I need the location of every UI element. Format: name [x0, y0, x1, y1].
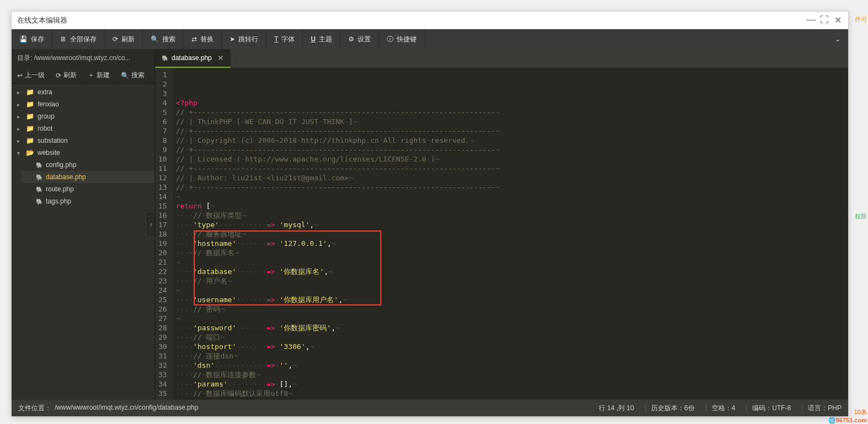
main-toolbar: 💾保存 🗎全部保存 ⟳刷新 🔍搜索 ⇄替换 ➤跳转行 T字体 U主题 ⚙设置 ⓘ…: [12, 29, 848, 49]
theme-button[interactable]: U主题: [303, 29, 340, 49]
minimize-button[interactable]: —: [806, 15, 816, 25]
code-line[interactable]: ····'dsn'············=>·'',¬: [176, 361, 845, 370]
status-bar: 文件位置： /www/wwwroot/imqt.wtyz.cn/config/d…: [12, 400, 848, 416]
code-line[interactable]: ····//·服务器地址¬: [176, 229, 845, 239]
code-line[interactable]: ····//·数据库连接参数¬: [176, 370, 845, 379]
code-line[interactable]: ····//·连接dsn¬: [176, 351, 845, 361]
code-line[interactable]: ¬: [176, 192, 845, 201]
code-line[interactable]: //·|·Licensed·(·http://www.apache.org/li…: [176, 154, 845, 164]
code-line[interactable]: //·+------------------------------------…: [176, 164, 845, 173]
code-line[interactable]: ····//·数据库类型¬: [176, 211, 845, 220]
code-line[interactable]: ····'password'·······=>·'你数据库密码',¬: [176, 323, 845, 332]
language-setting[interactable]: 语言：PHP: [802, 404, 842, 413]
folder-item[interactable]: ▾📂website: [12, 147, 155, 159]
search-icon: 🔍: [151, 35, 159, 43]
dir-refresh-button[interactable]: ⟳刷新: [50, 67, 82, 83]
indent-setting[interactable]: 空格：4: [706, 404, 736, 413]
code-line[interactable]: ····'hostport'·······=>·'3306',¬: [176, 342, 845, 351]
directory-toolbar: ↩上一级 ⟳刷新 ＋新建 🔍搜索: [12, 67, 155, 84]
shortcuts-button[interactable]: ⓘ快捷键: [379, 29, 425, 49]
replace-button[interactable]: ⇄替换: [184, 29, 222, 49]
search-icon: 🔍: [121, 72, 129, 79]
code-line[interactable]: ····'database'·······=>·'你数据库名',¬: [176, 267, 845, 276]
folder-icon: 📁: [26, 112, 34, 120]
file-item[interactable]: 🐘database.php: [22, 171, 155, 183]
save-all-button[interactable]: 🗎全部保存: [52, 29, 105, 49]
folder-item[interactable]: ▸📁fenxiao: [12, 98, 155, 110]
folder-item[interactable]: ▸📁group: [12, 110, 155, 122]
keyboard-icon: ⓘ: [387, 35, 393, 44]
code-line[interactable]: //·|·Author:·liu21st·<liu21st@gmail.com>…: [176, 173, 845, 183]
background-sidebar: 作可 权限 10条: [851, 0, 868, 424]
sidebar-collapse-handle[interactable]: ‹: [147, 213, 155, 235]
close-button[interactable]: ✕: [833, 15, 843, 25]
font-button[interactable]: T字体: [267, 29, 303, 49]
theme-icon: U: [311, 35, 316, 43]
file-location-label: 文件位置：: [18, 404, 51, 413]
file-item[interactable]: 🐘route.php: [22, 183, 155, 195]
code-line[interactable]: return [¬: [176, 201, 845, 211]
code-line[interactable]: ¬: [176, 314, 845, 323]
code-line[interactable]: ····//·端口¬: [176, 332, 845, 342]
code-line[interactable]: ····//·数据库名¬: [176, 248, 845, 257]
tree-item-label: robot: [38, 125, 52, 132]
tab-database-php[interactable]: 🐘 database.php ✕: [155, 49, 231, 68]
code-line[interactable]: ····//·密码¬: [176, 304, 845, 314]
code-line[interactable]: <?php: [176, 98, 845, 108]
code-line[interactable]: ····//·数据库编码默认采用utf8¬: [176, 389, 845, 398]
maximize-button[interactable]: ⛶: [819, 15, 829, 25]
encoding-setting[interactable]: 编码：UTF-8: [746, 404, 791, 413]
modal-title: 在线文本编辑器: [17, 15, 67, 25]
save-button[interactable]: 💾保存: [12, 29, 52, 49]
tree-item-label: tags.php: [46, 197, 71, 205]
tab-close-button[interactable]: ✕: [217, 53, 224, 62]
file-item[interactable]: 🐘tags.php: [22, 195, 155, 207]
tree-caret-icon: ▸: [17, 114, 23, 120]
toolbar-collapse-button[interactable]: ⌄: [827, 35, 848, 43]
code-line[interactable]: //·|·ThinkPHP·[·WE·CAN·DO·IT·JUST·THINK·…: [176, 117, 845, 126]
code-line[interactable]: ····'username'·······=>·'你数据库用户名',¬: [176, 295, 845, 304]
directory-path: 目录: /www/wwwroot/imqt.wtyz.cn/co...: [12, 49, 155, 67]
code-line[interactable]: ····'hostname'·······=>·'127.0.0.1',¬: [176, 239, 845, 248]
tree-item-label: config.php: [46, 161, 76, 169]
code-line[interactable]: ····'params'·········=>·[],¬: [176, 379, 845, 389]
code-line[interactable]: //·+------------------------------------…: [176, 145, 845, 154]
code-line[interactable]: ¬: [176, 286, 845, 295]
php-icon: 🐘: [36, 198, 42, 205]
search-button[interactable]: 🔍搜索: [143, 29, 184, 49]
tree-caret-icon: ▸: [17, 138, 23, 144]
code-editor[interactable]: 1234567891011121314151617181920212223242…: [155, 68, 848, 400]
code-line[interactable]: ····//·用户名¬: [176, 276, 845, 286]
php-icon: 🐘: [36, 162, 42, 168]
plus-icon: ＋: [88, 71, 94, 80]
tab-label: database.php: [172, 54, 212, 62]
code-line[interactable]: //·+------------------------------------…: [176, 183, 845, 192]
editor-modal: 在线文本编辑器 — ⛶ ✕ 💾保存 🗎全部保存 ⟳刷新 🔍搜索 ⇄替换 ➤跳转行…: [11, 11, 849, 417]
tree-caret-icon: ▸: [17, 126, 23, 132]
folder-item[interactable]: ▸📁robot: [12, 122, 155, 135]
folder-item[interactable]: ▸📁extra: [12, 86, 155, 98]
dir-search-button[interactable]: 🔍搜索: [115, 67, 150, 83]
cursor-position[interactable]: 行 14 ,列 10: [593, 404, 634, 413]
file-item[interactable]: 🐘config.php: [22, 159, 155, 171]
replace-icon: ⇄: [191, 35, 197, 43]
goto-button[interactable]: ➤跳转行: [222, 29, 267, 49]
bg-text: 权限: [855, 212, 867, 221]
code-line[interactable]: ¬: [176, 257, 845, 267]
file-tree[interactable]: ▸📁extra▸📁fenxiao▸📁group▸📁robot▸📁substati…: [12, 84, 155, 400]
settings-button[interactable]: ⚙设置: [340, 29, 379, 49]
new-button[interactable]: ＋新建: [82, 67, 115, 83]
code-line[interactable]: //·|·Copyright·(c)·2006~2018·http://thin…: [176, 136, 845, 145]
up-button[interactable]: ↩上一级: [12, 67, 50, 83]
history-versions[interactable]: 历史版本：6份: [645, 404, 695, 413]
folder-item[interactable]: ▸📁substation: [12, 135, 155, 147]
code-line[interactable]: ····'charset'········=>·'utf8',¬: [176, 398, 845, 400]
code-line[interactable]: //·+------------------------------------…: [176, 108, 845, 117]
code-line[interactable]: ····'type'···········=>·'mysql',¬: [176, 220, 845, 229]
chevron-left-icon: ‹: [150, 221, 152, 228]
refresh-icon: ⟳: [113, 35, 118, 43]
code-line[interactable]: //·+------------------------------------…: [176, 126, 845, 136]
code-content[interactable]: <?php//·+-------------------------------…: [173, 68, 848, 400]
php-icon: 🐘: [36, 186, 42, 192]
refresh-button[interactable]: ⟳刷新: [105, 29, 143, 49]
